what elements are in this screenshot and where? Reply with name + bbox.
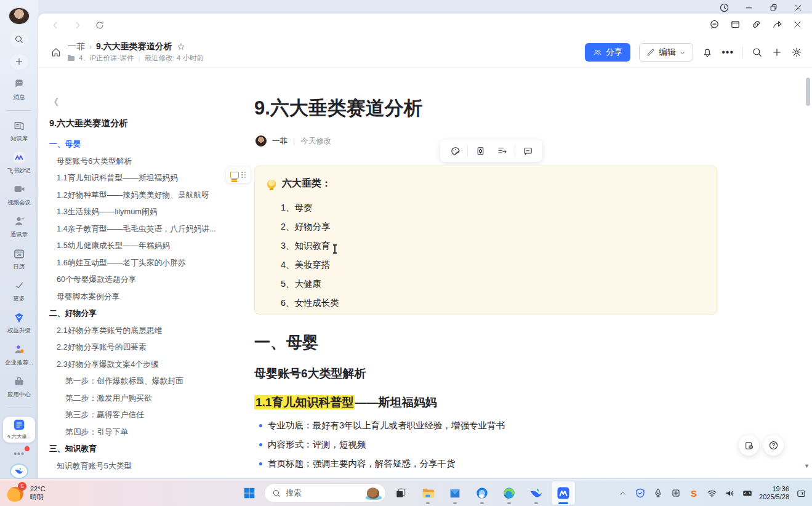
create-plus-icon[interactable] <box>10 54 28 69</box>
mail-app-button[interactable] <box>443 481 467 505</box>
weather-widget[interactable]: 5 22°C 晴朗 <box>0 483 46 503</box>
ime-indicator-icon[interactable] <box>670 488 682 498</box>
meta-folder[interactable]: 4、iP正价课-课件 <box>79 54 134 63</box>
comment-icon[interactable] <box>517 142 539 160</box>
refresh-icon[interactable] <box>95 20 105 30</box>
heading-3[interactable]: 1.1育儿知识科普型——斯坦福妈妈 <box>254 395 436 411</box>
feishu-taskbar-button[interactable] <box>524 481 549 505</box>
outline-item[interactable]: 三、知识教育 <box>47 440 231 457</box>
edge-browser-button[interactable] <box>497 481 521 505</box>
new-doc-plus-icon[interactable] <box>771 47 782 58</box>
sidebar-item-recommend[interactable]: 企业推荐... <box>2 343 36 367</box>
outline-item[interactable]: 1.6萌娃互动型——老丁头家的小胖苏 <box>47 254 231 271</box>
callout-item[interactable]: 6、女性成长类 <box>267 294 704 313</box>
start-button[interactable] <box>237 481 262 505</box>
outline-item[interactable]: 1.5幼儿健康成长型——年糕妈妈 <box>47 237 231 254</box>
feedback-icon[interactable] <box>739 435 759 456</box>
scrollbar[interactable]: ▼ <box>805 74 810 469</box>
callout-block[interactable]: 六大垂类： 1、母婴 2、好物分享 3、知识教育 4、美妆穿搭 5、大健康 6、… <box>254 166 717 315</box>
callout-item[interactable]: 2、好物分享 <box>267 217 704 236</box>
copy-link-icon[interactable] <box>751 19 762 30</box>
bullet-item[interactable]: 内容形式：评测，短视频 <box>254 435 505 454</box>
notification-dnd-icon[interactable] <box>795 488 807 499</box>
sidebar-item-meetings[interactable]: 视频会议 <box>2 183 36 207</box>
theme-palette-icon[interactable] <box>444 142 466 160</box>
sogou-input-icon[interactable]: S <box>688 488 700 499</box>
sidebar-item-calendar[interactable]: 20 日历 <box>2 247 36 271</box>
bullet-item[interactable]: 首页标题：强调主要内容，解答疑惑，分享干货 <box>254 454 505 473</box>
block-hover-handle[interactable] <box>226 167 251 183</box>
outline-item[interactable]: 2.2好物分享账号的四要素 <box>47 339 231 356</box>
outline-item[interactable]: 1.3生活辣妈——lilymum闹妈 <box>47 203 231 220</box>
outline-item[interactable]: 第二步：激发用户购买欲 <box>47 390 231 407</box>
back-icon[interactable] <box>50 20 60 30</box>
breadcrumb-doc-title[interactable]: 9.六大垂类赛道分析 <box>96 41 172 52</box>
sidebar-item-contacts[interactable]: 通讯录 <box>2 215 36 239</box>
comment-bubble-icon[interactable] <box>709 19 720 30</box>
microphone-icon[interactable] <box>652 488 664 498</box>
share-button[interactable]: 分享 <box>585 43 630 62</box>
close-icon[interactable] <box>789 1 807 14</box>
outline-item[interactable]: 第一步：创作爆款标题、爆款封面 <box>47 372 231 390</box>
gpu-tray-icon[interactable] <box>741 488 754 499</box>
rail-more-apps-button[interactable]: ••• <box>10 449 28 459</box>
outline-item[interactable]: 1.4亲子教育型——毛毛虫英语，八斤妈妈讲... <box>47 220 231 238</box>
heading-1[interactable]: 一、母婴 <box>254 332 318 353</box>
outline-item[interactable]: 一、母婴 <box>47 135 231 153</box>
task-view-button[interactable] <box>388 481 413 505</box>
heading-2[interactable]: 母婴账号6大类型解析 <box>254 366 366 382</box>
taskbar-search-box[interactable]: 搜索 <box>264 483 386 503</box>
feishu-app-icon[interactable] <box>10 464 28 479</box>
active-app-button[interactable] <box>551 481 576 505</box>
breadcrumb-owner[interactable]: 一菲 <box>68 41 85 52</box>
sidebar-item-minutes[interactable]: 飞书妙记 <box>2 151 36 175</box>
security-shield-icon[interactable] <box>634 488 646 499</box>
outline-item[interactable]: 2.1好物分享类账号的底层思维 <box>47 322 231 339</box>
callout-item[interactable]: 4、美妆穿搭 <box>267 255 704 275</box>
star-icon[interactable] <box>177 42 185 51</box>
outline-item[interactable]: 第三步：赢得客户信任 <box>47 406 231 424</box>
restore-icon[interactable] <box>764 1 782 14</box>
volume-icon[interactable] <box>723 488 736 499</box>
outline-item[interactable]: 母婴账号6大类型解析 <box>47 153 231 170</box>
scrollbar-thumb[interactable] <box>806 78 810 106</box>
scroll-down-arrow[interactable]: ▼ <box>804 463 810 469</box>
sidebar-item-wiki[interactable]: 知识库 <box>2 119 36 143</box>
page-title[interactable]: 9.六大垂类赛道分析 <box>254 95 423 121</box>
wifi-icon[interactable] <box>705 488 718 499</box>
search-doc-icon[interactable] <box>752 47 763 58</box>
taskbar-clock[interactable]: 19:36 2025/5/28 <box>759 485 789 501</box>
sidebar-item-more[interactable]: 更多 <box>2 279 36 303</box>
author-name[interactable]: 一菲 <box>272 136 287 147</box>
outline-item[interactable]: 知识教育账号5大类型 <box>47 457 231 475</box>
forward-icon[interactable] <box>73 20 82 30</box>
outline-list-icon[interactable] <box>491 142 513 160</box>
help-icon[interactable] <box>763 435 784 456</box>
callout-item[interactable]: 1、母婴 <box>267 198 704 217</box>
drag-handle-icon[interactable] <box>241 172 246 178</box>
gear-icon[interactable] <box>791 47 802 58</box>
home-icon[interactable] <box>50 47 62 58</box>
doc-link-icon[interactable] <box>469 142 491 160</box>
outline-item[interactable]: 1.2好物种草型——辣妈美美好物、是航航呀 <box>47 187 231 204</box>
open-doc-tab[interactable]: 9.六大垂... <box>3 417 35 443</box>
outline-item[interactable]: 1.1育儿知识科普型——斯坦福妈妈 <box>47 169 231 187</box>
sidebar-item-appcenter[interactable]: 应用中心 <box>2 375 36 399</box>
outline-item[interactable]: 第四步：引导下单 <box>47 424 231 441</box>
edit-button[interactable]: 编辑 <box>639 43 693 62</box>
tray-expand-icon[interactable] <box>616 489 629 497</box>
outline-item[interactable]: 60个母婴爆款选题分享 <box>47 271 231 288</box>
sidebar-item-upgrade[interactable]: 权益升级 <box>2 311 36 335</box>
user-avatar[interactable] <box>9 7 30 25</box>
bell-icon[interactable] <box>702 47 713 58</box>
browser-app-button[interactable] <box>470 481 494 505</box>
outline-item[interactable]: 2.3好物分享爆款文案4个步骤 <box>47 356 231 373</box>
window-mode-icon[interactable] <box>730 19 741 30</box>
author-avatar[interactable] <box>255 135 267 147</box>
history-icon[interactable] <box>715 1 733 14</box>
file-explorer-button[interactable] <box>416 481 440 505</box>
callout-item[interactable]: 5、大健康 <box>267 275 704 294</box>
outline-item[interactable]: 母婴脚本案例分享 <box>47 288 231 305</box>
close-tab-icon[interactable] <box>793 19 802 30</box>
share-forward-icon[interactable] <box>772 19 782 30</box>
